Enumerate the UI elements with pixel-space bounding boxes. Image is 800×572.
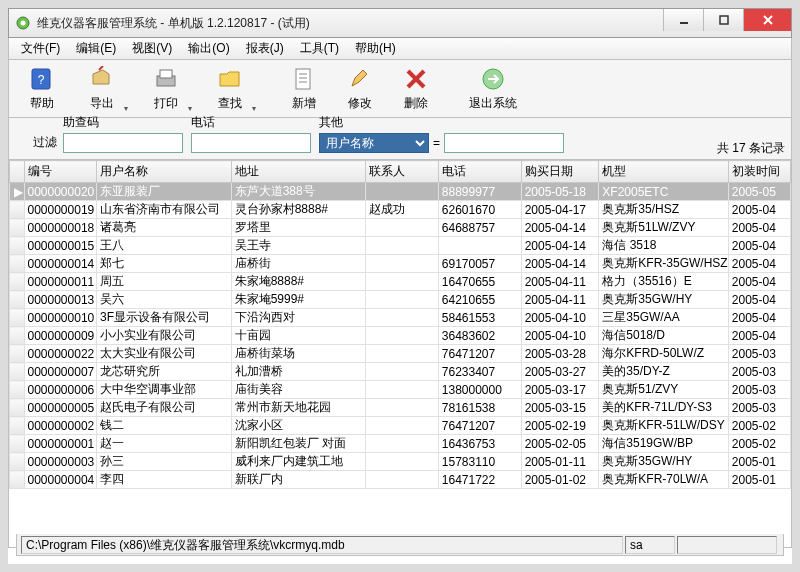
data-grid[interactable]: 编号 用户名称 地址 联系人 电话 购买日期 机型 初装时间 ▶00000000… (8, 160, 792, 548)
exit-button[interactable]: 退出系统 (459, 62, 527, 116)
table-row[interactable]: 0000000006大中华空调事业部庙街美容1380000002005-03-1… (10, 381, 791, 399)
window-titlebar: 维克仪器客服管理系统 - 单机版 1.2.120817 - (试用) (8, 8, 792, 38)
table-row[interactable]: 0000000005赵氏电子有限公司常州市新天地花园781615382005-0… (10, 399, 791, 417)
cell-addr: 新联厂内 (231, 471, 366, 489)
dropdown-arrow-icon: ▾ (252, 104, 256, 113)
table-row[interactable]: 0000000019山东省济南市有限公司灵台孙家村8888#赵成功6260167… (10, 201, 791, 219)
cell-date: 2005-03-27 (521, 363, 599, 381)
other-field-select[interactable]: 用户名称 (319, 133, 429, 153)
cell-addr: 东芦大道388号 (231, 183, 366, 201)
menu-output[interactable]: 输出(O) (180, 38, 237, 59)
cell-phone: 16436753 (438, 435, 521, 453)
menu-tools[interactable]: 工具(T) (292, 38, 347, 59)
table-row[interactable]: 0000000009小小实业有限公司十亩园364836022005-04-10海… (10, 327, 791, 345)
table-row[interactable]: 0000000011周五朱家埯8888#164706552005-04-11格力… (10, 273, 791, 291)
cell-id: 0000000003 (24, 453, 97, 471)
cell-date: 2005-02-05 (521, 435, 599, 453)
cell-id: 0000000013 (24, 291, 97, 309)
table-row[interactable]: 0000000014郑七庙桥街691700572005-04-14奥克斯KFR-… (10, 255, 791, 273)
other-value-input[interactable] (444, 133, 564, 153)
col-addr[interactable]: 地址 (231, 161, 366, 183)
cell-date: 2005-04-11 (521, 273, 599, 291)
help-button[interactable]: ? 帮助 (15, 62, 69, 116)
table-row[interactable]: 0000000003孙三威利来厂内建筑工地157831102005-01-11奥… (10, 453, 791, 471)
status-user: sa (625, 536, 675, 554)
cell-name: 东亚服装厂 (97, 183, 232, 201)
cell-name: 李四 (97, 471, 232, 489)
cell-name: 钱二 (97, 417, 232, 435)
cell-addr: 常州市新天地花园 (231, 399, 366, 417)
svg-point-1 (21, 21, 26, 26)
cell-model: 奥克斯35GW/HY (599, 291, 728, 309)
window-maximize-button[interactable] (703, 9, 743, 31)
other-label: 其他 (319, 114, 564, 131)
cell-phone: 76471207 (438, 345, 521, 363)
cell-inst: 2005-04 (728, 309, 790, 327)
menu-view[interactable]: 视图(V) (124, 38, 180, 59)
toolbar: ? 帮助 导出 ▾ 打印 ▾ 查找 ▾ 新增 修改 删除 退出系统 (8, 60, 792, 118)
cell-name: 吴六 (97, 291, 232, 309)
menu-file[interactable]: 文件(F) (13, 38, 68, 59)
cell-model: 海尔KFRD-50LW/Z (599, 345, 728, 363)
cell-contact: 赵成功 (366, 201, 439, 219)
cell-inst: 2005-04 (728, 255, 790, 273)
search-button[interactable]: 查找 ▾ (199, 62, 261, 116)
cell-phone: 16471722 (438, 471, 521, 489)
cell-model: 奥克斯51/ZVY (599, 381, 728, 399)
edit-button[interactable]: 修改 (333, 62, 387, 116)
delete-button[interactable]: 删除 (389, 62, 443, 116)
window-minimize-button[interactable] (663, 9, 703, 31)
table-header-row: 编号 用户名称 地址 联系人 电话 购买日期 机型 初装时间 (10, 161, 791, 183)
col-contact[interactable]: 联系人 (366, 161, 439, 183)
cell-contact (366, 399, 439, 417)
window-close-button[interactable] (743, 9, 791, 31)
status-spacer (677, 536, 777, 554)
cell-date: 2005-04-10 (521, 309, 599, 327)
cell-addr: 庙桥街菜场 (231, 345, 366, 363)
menu-edit[interactable]: 编辑(E) (68, 38, 124, 59)
cell-inst: 2005-04 (728, 237, 790, 255)
col-id[interactable]: 编号 (24, 161, 97, 183)
col-name[interactable]: 用户名称 (97, 161, 232, 183)
table-row[interactable]: 0000000015王八吴王寺2005-04-14海信 35182005-04 (10, 237, 791, 255)
col-model[interactable]: 机型 (599, 161, 728, 183)
table-row[interactable]: 00000000103F显示设备有限公司下沿沟西对584615532005-04… (10, 309, 791, 327)
cell-phone: 76233407 (438, 363, 521, 381)
col-date[interactable]: 购买日期 (521, 161, 599, 183)
menu-report[interactable]: 报表(J) (238, 38, 292, 59)
table-row[interactable]: 0000000018诸葛亮罗塔里646887572005-04-14奥克斯51L… (10, 219, 791, 237)
cell-addr: 罗塔里 (231, 219, 366, 237)
table-row[interactable]: 0000000013吴六朱家埯5999#642106552005-04-11奥克… (10, 291, 791, 309)
cell-inst: 2005-02 (728, 417, 790, 435)
table-row[interactable]: ▶0000000020东亚服装厂东芦大道388号888999772005-05-… (10, 183, 791, 201)
table-row[interactable]: 0000000022太大实业有限公司庙桥街菜场764712072005-03-2… (10, 345, 791, 363)
table-row[interactable]: 0000000004李四新联厂内164717222005-01-02奥克斯KFR… (10, 471, 791, 489)
table-row[interactable]: 0000000007龙芯研究所礼加漕桥762334072005-03-27美的3… (10, 363, 791, 381)
cell-date: 2005-01-02 (521, 471, 599, 489)
cell-inst: 2005-04 (728, 327, 790, 345)
cell-date: 2005-03-15 (521, 399, 599, 417)
cell-phone: 76471207 (438, 417, 521, 435)
cell-phone: 138000000 (438, 381, 521, 399)
col-phone[interactable]: 电话 (438, 161, 521, 183)
cell-addr: 十亩园 (231, 327, 366, 345)
table-row[interactable]: 0000000002钱二沈家小区764712072005-02-19奥克斯KFR… (10, 417, 791, 435)
cell-date: 2005-03-17 (521, 381, 599, 399)
cell-contact (366, 435, 439, 453)
export-button[interactable]: 导出 ▾ (71, 62, 133, 116)
cell-inst: 2005-04 (728, 201, 790, 219)
cell-phone: 78161538 (438, 399, 521, 417)
cell-id: 0000000022 (24, 345, 97, 363)
helpcode-input[interactable] (63, 133, 183, 153)
cell-contact (366, 309, 439, 327)
menu-help[interactable]: 帮助(H) (347, 38, 404, 59)
cell-inst: 2005-04 (728, 219, 790, 237)
table-row[interactable]: 0000000001赵一新阳凯红包装厂 对面164367532005-02-05… (10, 435, 791, 453)
dropdown-arrow-icon: ▾ (124, 104, 128, 113)
cell-contact (366, 417, 439, 435)
new-button[interactable]: 新增 (277, 62, 331, 116)
phone-input[interactable] (191, 133, 311, 153)
print-button[interactable]: 打印 ▾ (135, 62, 197, 116)
col-inst[interactable]: 初装时间 (728, 161, 790, 183)
cell-contact (366, 327, 439, 345)
